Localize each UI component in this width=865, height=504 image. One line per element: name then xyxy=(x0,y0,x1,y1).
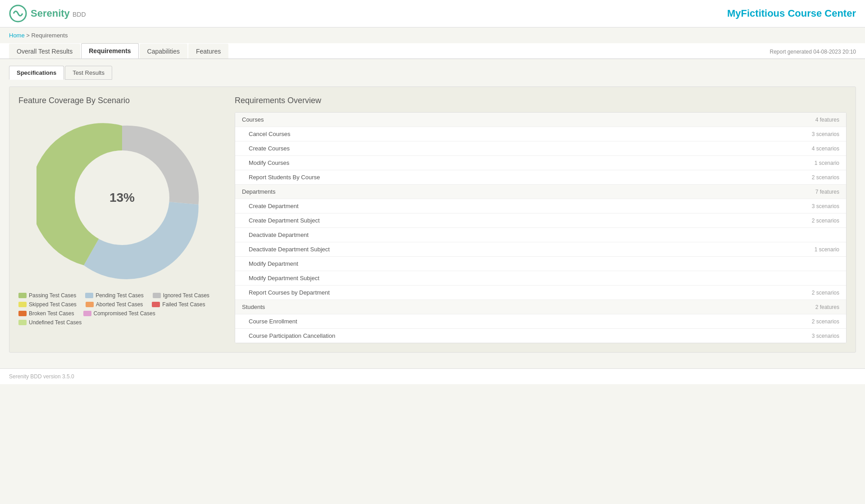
sub-tabs: Specifications Test Results xyxy=(9,66,856,80)
logo-text: Serenity BDD xyxy=(31,8,86,19)
req-name: Courses xyxy=(242,116,264,123)
legend-undefined-label: Undefined Test Cases xyxy=(29,319,82,326)
legend-aborted-color xyxy=(86,302,94,307)
legend-pending-color xyxy=(85,293,93,298)
breadcrumb-separator: > xyxy=(26,32,31,39)
req-table: Courses 4 features Cancel Courses 3 scen… xyxy=(235,112,847,343)
req-name: Cancel Courses xyxy=(249,131,291,137)
table-row: Create Department 3 scenarios xyxy=(235,199,846,213)
legend-broken-color xyxy=(18,311,27,316)
legend-ignored: Ignored Test Cases xyxy=(153,292,209,299)
table-row: Course Participation Cancellation 3 scen… xyxy=(235,329,846,343)
req-count: 2 scenarios xyxy=(812,174,839,181)
footer-text: Serenity BDD version 3.5.0 xyxy=(9,373,74,380)
req-count: 3 scenarios xyxy=(812,131,839,137)
legend-ignored-label: Ignored Test Cases xyxy=(163,292,209,299)
req-name: Modify Department Subject xyxy=(249,275,319,282)
req-name: Create Department Subject xyxy=(249,217,320,224)
table-row: Cancel Courses 3 scenarios xyxy=(235,127,846,141)
req-count: 2 scenarios xyxy=(812,218,839,224)
req-count: 4 features xyxy=(815,117,839,123)
legend-failed-color xyxy=(152,302,160,307)
tab-capabilities[interactable]: Capabilities xyxy=(140,44,187,59)
req-count: 4 scenarios xyxy=(812,145,839,152)
footer: Serenity BDD version 3.5.0 xyxy=(0,368,865,384)
table-row: Create Courses 4 scenarios xyxy=(235,141,846,156)
req-name: Modify Department xyxy=(249,260,298,267)
req-count: 2 scenarios xyxy=(812,318,839,325)
legend-pending: Pending Test Cases xyxy=(85,292,144,299)
legend-compromised-color xyxy=(83,311,91,316)
legend-skipped-color xyxy=(18,302,27,307)
req-name: Create Department xyxy=(249,203,299,209)
req-name: Course Participation Cancellation xyxy=(249,332,335,339)
legend-broken: Broken Test Cases xyxy=(18,310,74,317)
req-name: Departments xyxy=(242,188,275,195)
table-row: Modify Courses 1 scenario xyxy=(235,156,846,170)
req-name: Report Students By Course xyxy=(249,174,320,181)
req-count: 1 scenario xyxy=(815,246,839,253)
req-name: Course Enrollment xyxy=(249,318,297,325)
site-title: MyFictitious Course Center xyxy=(727,8,856,19)
legend-compromised-label: Compromised Test Cases xyxy=(94,310,155,317)
legend-undefined: Undefined Test Cases xyxy=(18,319,82,326)
table-row: Deactivate Department xyxy=(235,228,846,242)
req-count: 7 features xyxy=(815,189,839,195)
donut-chart-container: 13% xyxy=(18,112,226,283)
donut-wrapper: 13% xyxy=(36,112,208,283)
table-row: Modify Department xyxy=(235,257,846,271)
req-count: 2 scenarios xyxy=(812,290,839,296)
table-row: Report Courses by Department 2 scenarios xyxy=(235,286,846,300)
req-count: 3 scenarios xyxy=(812,203,839,209)
chart-legend: Passing Test Cases Pending Test Cases Ig… xyxy=(18,292,226,326)
logo-serenity: Serenity xyxy=(31,8,70,19)
req-overview-title: Requirements Overview xyxy=(235,96,847,105)
legend-undefined-color xyxy=(18,320,27,325)
req-count: 3 scenarios xyxy=(812,333,839,339)
nav-tabs: Overall Test Results Requirements Capabi… xyxy=(0,43,865,59)
legend-passing: Passing Test Cases xyxy=(18,292,76,299)
legend-broken-label: Broken Test Cases xyxy=(29,310,74,317)
legend-skipped-label: Skipped Test Cases xyxy=(29,301,77,308)
legend-passing-label: Passing Test Cases xyxy=(29,292,76,299)
legend-failed: Failed Test Cases xyxy=(152,301,205,308)
req-name: Create Courses xyxy=(249,145,290,152)
table-row: Course Enrollment 2 scenarios xyxy=(235,314,846,329)
table-row: Departments 7 features xyxy=(235,185,846,199)
req-name: Students xyxy=(242,304,265,310)
req-name: Deactivate Department Subject xyxy=(249,246,330,253)
breadcrumb-current: Requirements xyxy=(32,32,68,39)
legend-skipped: Skipped Test Cases xyxy=(18,301,77,308)
chart-title: Feature Coverage By Scenario xyxy=(18,96,226,105)
tab-requirements[interactable]: Requirements xyxy=(81,43,138,59)
table-row: Modify Department Subject xyxy=(235,271,846,286)
table-row: Students 2 features xyxy=(235,300,846,314)
table-row: Courses 4 features xyxy=(235,113,846,127)
table-row: Report Students By Course 2 scenarios xyxy=(235,170,846,185)
sub-tab-test-results[interactable]: Test Results xyxy=(65,66,112,80)
req-count: 1 scenario xyxy=(815,160,839,166)
serenity-logo-icon xyxy=(9,5,27,23)
legend-failed-label: Failed Test Cases xyxy=(162,301,205,308)
table-row: Create Department Subject 2 scenarios xyxy=(235,213,846,228)
legend-passing-color xyxy=(18,293,27,298)
main-panel: Feature Coverage By Scenario 13% xyxy=(9,86,856,353)
sub-tab-specifications[interactable]: Specifications xyxy=(9,66,64,80)
donut-center-text: 13% xyxy=(109,191,135,205)
legend-aborted: Aborted Test Cases xyxy=(86,301,143,308)
logo: Serenity BDD xyxy=(9,5,86,23)
tab-features[interactable]: Features xyxy=(188,44,228,59)
req-name: Deactivate Department xyxy=(249,232,309,238)
legend-compromised: Compromised Test Cases xyxy=(83,310,155,317)
legend-pending-label: Pending Test Cases xyxy=(96,292,144,299)
breadcrumb-home[interactable]: Home xyxy=(9,32,25,39)
req-name: Modify Courses xyxy=(249,159,289,166)
content-area: Specifications Test Results Feature Cove… xyxy=(0,59,865,359)
breadcrumb: Home > Requirements xyxy=(0,27,865,43)
legend-aborted-label: Aborted Test Cases xyxy=(96,301,143,308)
req-count: 2 features xyxy=(815,304,839,310)
table-row: Deactivate Department Subject 1 scenario xyxy=(235,242,846,257)
tab-overall[interactable]: Overall Test Results xyxy=(9,44,80,59)
left-panel: Feature Coverage By Scenario 13% xyxy=(18,96,226,343)
report-date: Report generated 04-08-2023 20:10 xyxy=(770,49,856,59)
